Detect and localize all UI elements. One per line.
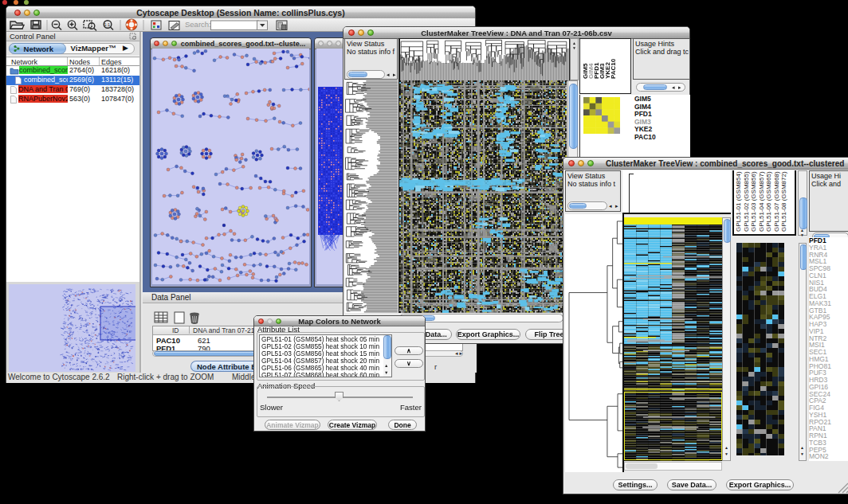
svg-text:GPL51-07 (GSM868): GPL51-07 (GSM868)	[773, 171, 780, 232]
svg-text:Search:: Search:	[185, 20, 211, 29]
svg-text:GPL51-04 (GSM857): GPL51-04 (GSM857)	[758, 171, 765, 232]
svg-text:PAC10: PAC10	[610, 58, 617, 79]
svg-text:GPL51-02 (GSM855): GPL51-02 (GSM855)	[743, 171, 750, 232]
svg-text:GPL51-08 (GSM872): GPL51-08 (GSM872)	[780, 171, 787, 232]
svg-text:GPL51-03 (GSM856): GPL51-03 (GSM856)	[750, 171, 757, 232]
svg-text:1:1: 1:1	[104, 22, 111, 27]
svg-text:GPL51-06 (GSM865): GPL51-06 (GSM865)	[765, 171, 772, 232]
svg-text:GPL51-01 (GSM854): GPL51-01 (GSM854)	[735, 171, 742, 232]
